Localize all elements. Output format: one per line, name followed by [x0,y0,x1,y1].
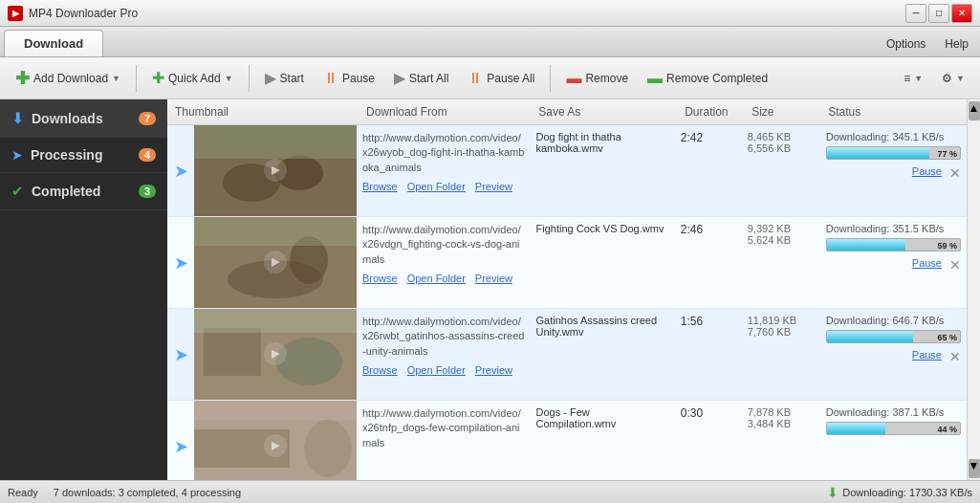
open-folder-link-3[interactable]: Open Folder [407,364,466,376]
toolbar-right: ≡ ▼ ⚙ ▼ [896,68,972,89]
minimize-button[interactable]: ─ [905,4,926,23]
remove-icon: ▬ [566,70,581,87]
row-arrow-2: ➤ [167,217,194,308]
scrollbar-down[interactable]: ▼ [969,459,980,478]
svg-rect-3 [194,125,357,159]
window-controls: ─ □ ✕ [905,4,972,23]
status-cell-4: Downloading: 387.1 KB/s 44 % [820,401,967,480]
pause-link-2[interactable]: Pause [912,257,942,273]
url-cell-3: http://www.dailymotion.com/video/x26rwbt… [357,309,531,400]
progress-fill-3 [827,331,914,342]
pause-button[interactable]: ⏸ Pause [316,66,382,91]
sidebar: ⬇ Downloads 7 ➤ Processing 4 ✔ Completed… [0,99,167,480]
th-saveas: Save As [531,99,677,124]
browse-link-2[interactable]: Browse [362,273,398,284]
preview-link-3[interactable]: Preview [475,364,512,376]
progress-bar-3: 65 % [826,330,961,343]
completed-icon: ✔ [11,183,24,200]
status-cell-2: Downloading: 351.5 KB/s 59 % Pause ✕ [820,217,967,308]
quick-add-button[interactable]: ✚ Quick Add ▼ [144,65,241,91]
size-cell-2: 9,392 KB 5,624 KB [744,217,820,308]
total-speed-text: Downloading: 1730.33 KB/s [842,487,972,498]
scrollbar-up[interactable]: ▲ [969,101,980,120]
settings-button[interactable]: ⚙ ▼ [934,68,972,89]
help-menu[interactable]: Help [937,35,976,53]
separator-1 [136,65,137,92]
view-icon: ≡ [904,72,910,85]
close-icon-3[interactable]: ✕ [949,349,961,364]
downloads-icon: ⬇ [11,109,24,127]
thumbnail-1 [194,125,357,216]
download-icon: ⬇ [827,485,838,500]
row-arrow-4: ➤ [167,401,194,480]
main-layout: ⬇ Downloads 7 ➤ Processing 4 ✔ Completed… [0,99,980,480]
scrollbar-track [968,122,980,457]
app-icon: ▶ [8,6,23,21]
remove-button[interactable]: ▬ Remove [558,66,636,91]
tab-download[interactable]: Download [4,30,103,56]
svg-rect-21 [194,401,357,420]
content-area: Thumbnail Download From Save As Duration… [167,99,967,480]
sidebar-item-downloads[interactable]: ⬇ Downloads 7 [0,99,167,138]
browse-link-1[interactable]: Browse [362,181,398,192]
thumbnail-3 [194,309,357,400]
pause-all-button[interactable]: ⏸ Pause All [460,66,542,91]
pause-link-1[interactable]: Pause [912,165,942,181]
save-cell-1: Dog fight in thatha kamboka.wmv [531,125,677,216]
ready-text: Ready [8,487,38,498]
download-list: ➤ http://www.dailymotion. [167,125,967,480]
size-cell-3: 11,819 KB 7,760 KB [744,309,820,400]
th-status: Status [820,99,967,124]
open-folder-link-2[interactable]: Open Folder [407,273,466,284]
svg-rect-15 [194,309,357,333]
remove-completed-icon: ▬ [647,70,663,87]
url-cell-4: http://www.dailymotion.com/video/x26tnfp… [357,401,531,480]
status-cell-3: Downloading: 646.7 KB/s 65 % Pause ✕ [820,309,967,400]
progress-bar-4: 44 % [826,422,961,435]
options-menu[interactable]: Options [879,35,933,53]
gear-icon: ⚙ [942,72,952,85]
start-button[interactable]: ▶ Start [257,65,312,91]
svg-rect-13 [204,328,261,376]
sidebar-item-processing[interactable]: ➤ Processing 4 [0,138,167,173]
add-download-dropdown-icon: ▼ [112,74,120,83]
add-download-button[interactable]: ✚ Add Download ▼ [8,64,128,93]
preview-link-1[interactable]: Preview [475,181,512,192]
table-row: ➤ http://www.dailymotion. [167,309,967,401]
scrollbar[interactable]: ▲ ▼ [967,99,980,480]
size-cell-1: 8,465 KB 6,556 KB [744,125,820,216]
maximize-button[interactable]: □ [928,4,949,23]
th-thumbnail: Thumbnail [167,99,359,124]
save-cell-4: Dogs - Few Compilation.wmv [531,401,677,480]
th-duration: Duration [677,99,744,124]
close-button[interactable]: ✕ [951,4,972,23]
download-speed: ⬇ Downloading: 1730.33 KB/s [827,485,972,500]
browse-link-3[interactable]: Browse [362,364,398,376]
svg-point-14 [275,338,342,385]
progress-bar-2: 59 % [826,238,961,252]
view-dropdown-icon: ▼ [914,74,923,83]
sidebar-item-completed[interactable]: ✔ Completed 3 [0,173,167,210]
table-row: ➤ http://www.dailymotion. [167,125,967,217]
table-header: Thumbnail Download From Save As Duration… [167,99,967,125]
app-title: MP4 Downloader Pro [29,7,905,20]
duration-cell-2: 2:46 [677,217,744,308]
progress-fill-4 [827,423,885,434]
settings-dropdown-icon: ▼ [956,74,965,83]
start-icon: ▶ [265,69,276,87]
pause-link-3[interactable]: Pause [912,349,942,364]
start-all-icon: ▶ [394,69,405,87]
close-icon-1[interactable]: ✕ [949,165,961,181]
preview-link-2[interactable]: Preview [475,273,512,284]
view-button[interactable]: ≡ ▼ [896,68,930,89]
start-all-button[interactable]: ▶ Start All [386,65,456,91]
quick-add-dropdown-icon: ▼ [225,74,233,83]
svg-point-20 [304,420,352,477]
save-cell-2: Fighting Cock VS Dog.wmv [531,217,677,308]
progress-bar-1: 77 % [826,146,961,160]
open-folder-link-1[interactable]: Open Folder [407,181,466,192]
close-icon-2[interactable]: ✕ [949,257,961,273]
duration-cell-4: 0:30 [677,401,744,480]
row-arrow-3: ➤ [167,309,194,400]
remove-completed-button[interactable]: ▬ Remove Completed [640,66,775,91]
